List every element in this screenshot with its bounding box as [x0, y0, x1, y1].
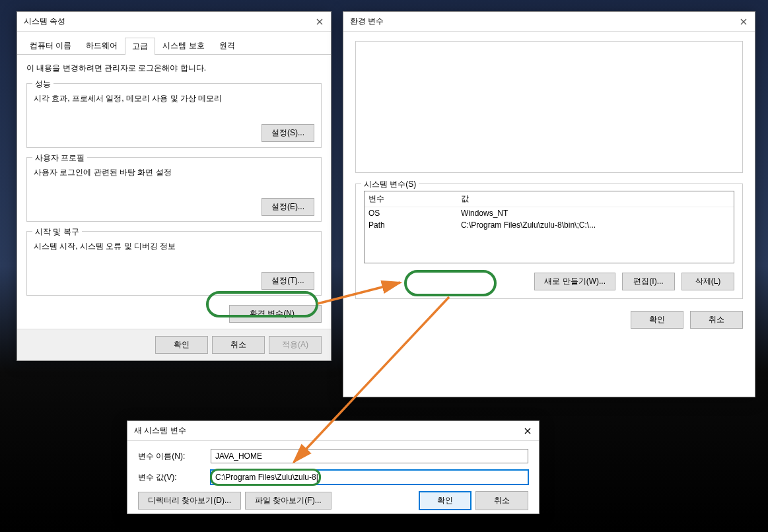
variable-value-label: 변수 값(V): — [138, 472, 211, 483]
startup-settings-button[interactable]: 설정(T)... — [262, 272, 314, 290]
apply-button[interactable]: 적용(A) — [269, 336, 322, 354]
system-variables-group: 시스템 변수(S) 변수 값 OS Windows_NT Path C:\Pro… — [355, 183, 743, 299]
window-title: 환경 변수 — [350, 16, 384, 27]
list-row[interactable]: OS Windows_NT — [365, 207, 734, 219]
edit-variable-button[interactable]: 편집(I)... — [622, 273, 675, 290]
cell-var: Path — [365, 219, 457, 231]
tab-content: 이 내용을 변경하려면 관리자로 로그온해야 합니다. 성능 시각 효과, 프로… — [17, 55, 331, 331]
profiles-group: 사용자 프로필 사용자 로그인에 관련된 바탕 화면 설정 설정(E)... — [26, 157, 322, 222]
variable-value-input[interactable] — [211, 470, 528, 484]
ok-button[interactable]: 확인 — [155, 336, 208, 354]
system-variables-list[interactable]: 변수 값 OS Windows_NT Path C:\Program Files… — [364, 191, 734, 263]
dialog-footer: 확인 취소 적용(A) — [17, 329, 331, 360]
system-properties-window: 시스템 속성 컴퓨터 이름 하드웨어 고급 시스템 보호 원격 이 내용을 변경… — [17, 11, 332, 361]
profiles-settings-button[interactable]: 설정(E)... — [262, 198, 314, 216]
envvars-content: 시스템 변수(S) 변수 값 OS Windows_NT Path C:\Pro… — [343, 32, 755, 338]
startup-group: 시작 및 복구 시스템 시작, 시스템 오류 및 디버깅 정보 설정(T)... — [26, 231, 322, 296]
tab-advanced[interactable]: 고급 — [125, 38, 155, 55]
variable-name-label: 변수 이름(N): — [138, 451, 211, 462]
list-header: 변수 값 — [365, 191, 734, 207]
cell-val: C:\Program Files\Zulu\zulu-8\bin\;C:\... — [457, 219, 734, 231]
user-variables-placeholder — [355, 41, 743, 173]
list-row[interactable]: Path C:\Program Files\Zulu\zulu-8\bin\;C… — [365, 219, 734, 231]
profiles-label: 사용자 프로필 — [32, 152, 87, 164]
startup-label: 시작 및 복구 — [32, 226, 82, 238]
cell-var: OS — [365, 207, 457, 219]
window-title: 새 시스템 변수 — [134, 425, 186, 436]
ok-button[interactable]: 확인 — [419, 491, 471, 510]
variable-value-row: 변수 값(V): — [138, 470, 528, 484]
cancel-button[interactable]: 취소 — [690, 311, 743, 329]
performance-label: 성능 — [32, 79, 53, 90]
window-title: 시스템 속성 — [24, 16, 65, 27]
startup-desc: 시스템 시작, 시스템 오류 및 디버깅 정보 — [34, 241, 314, 252]
profiles-desc: 사용자 로그인에 관련된 바탕 화면 설정 — [34, 167, 314, 178]
system-variables-label: 시스템 변수(S) — [361, 179, 419, 190]
tab-hardware[interactable]: 하드웨어 — [79, 37, 125, 54]
cancel-button[interactable]: 취소 — [475, 491, 528, 510]
newvar-content: 변수 이름(N): 변수 값(V): 디렉터리 찾아보기(D)... 파일 찾아… — [127, 441, 539, 517]
delete-variable-button[interactable]: 삭제(L) — [681, 273, 734, 290]
admin-notice: 이 내용을 변경하려면 관리자로 로그온해야 합니다. — [26, 63, 322, 74]
environment-variables-button[interactable]: 환경 변수(N)... — [229, 305, 322, 323]
close-icon[interactable] — [314, 16, 326, 28]
browse-file-button[interactable]: 파일 찾아보기(F)... — [245, 492, 332, 510]
environment-variables-window: 환경 변수 시스템 변수(S) 변수 값 OS Windows_NT Path … — [343, 11, 755, 397]
tab-system-protection[interactable]: 시스템 보호 — [155, 37, 211, 54]
variable-name-row: 변수 이름(N): — [138, 449, 528, 463]
performance-group: 성능 시각 효과, 프로세서 일정, 메모리 사용 및 가상 메모리 설정(S)… — [26, 83, 322, 148]
close-icon[interactable] — [738, 16, 750, 28]
tab-remote[interactable]: 원격 — [212, 37, 242, 54]
variable-name-input[interactable] — [211, 449, 528, 463]
titlebar: 환경 변수 — [343, 12, 755, 32]
new-system-variable-window: 새 시스템 변수 변수 이름(N): 변수 값(V): 디렉터리 찾아보기(D)… — [127, 420, 540, 514]
col-variable: 변수 — [365, 191, 457, 207]
tab-computer-name[interactable]: 컴퓨터 이름 — [22, 37, 79, 54]
titlebar: 시스템 속성 — [17, 12, 331, 32]
cell-val: Windows_NT — [457, 207, 734, 219]
browse-directory-button[interactable]: 디렉터리 찾아보기(D)... — [138, 492, 241, 510]
performance-desc: 시각 효과, 프로세서 일정, 메모리 사용 및 가상 메모리 — [34, 93, 314, 104]
tabs: 컴퓨터 이름 하드웨어 고급 시스템 보호 원격 — [17, 32, 331, 55]
titlebar: 새 시스템 변수 — [127, 421, 539, 441]
col-value: 값 — [457, 191, 734, 207]
ok-button[interactable]: 확인 — [631, 311, 683, 329]
cancel-button[interactable]: 취소 — [212, 336, 265, 354]
close-icon[interactable] — [522, 425, 534, 437]
new-variable-button[interactable]: 새로 만들기(W)... — [534, 273, 615, 290]
performance-settings-button[interactable]: 설정(S)... — [262, 124, 314, 142]
